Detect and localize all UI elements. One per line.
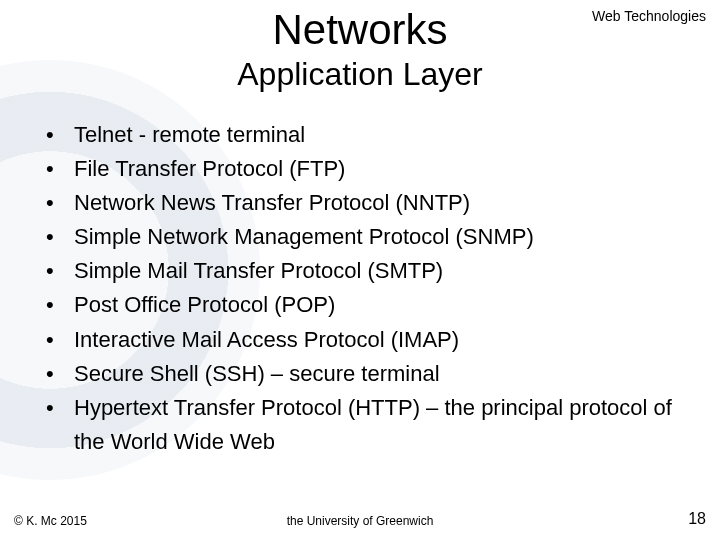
list-item: File Transfer Protocol (FTP) <box>44 152 690 186</box>
slide-container: Web Technologies Networks Application La… <box>0 0 720 540</box>
list-item: Secure Shell (SSH) – secure terminal <box>44 357 690 391</box>
course-label: Web Technologies <box>592 8 706 24</box>
list-item: Simple Mail Transfer Protocol (SMTP) <box>44 254 690 288</box>
bullet-list: Telnet - remote terminal File Transfer P… <box>44 118 690 459</box>
list-item: Simple Network Management Protocol (SNMP… <box>44 220 690 254</box>
slide-subtitle: Application Layer <box>0 56 720 93</box>
list-item: Post Office Protocol (POP) <box>44 288 690 322</box>
footer-organization: the University of Greenwich <box>0 514 720 528</box>
footer-page-number: 18 <box>688 510 706 528</box>
list-item: Network News Transfer Protocol (NNTP) <box>44 186 690 220</box>
list-item: Hypertext Transfer Protocol (HTTP) – the… <box>44 391 690 459</box>
list-item: Telnet - remote terminal <box>44 118 690 152</box>
list-item: Interactive Mail Access Protocol (IMAP) <box>44 323 690 357</box>
